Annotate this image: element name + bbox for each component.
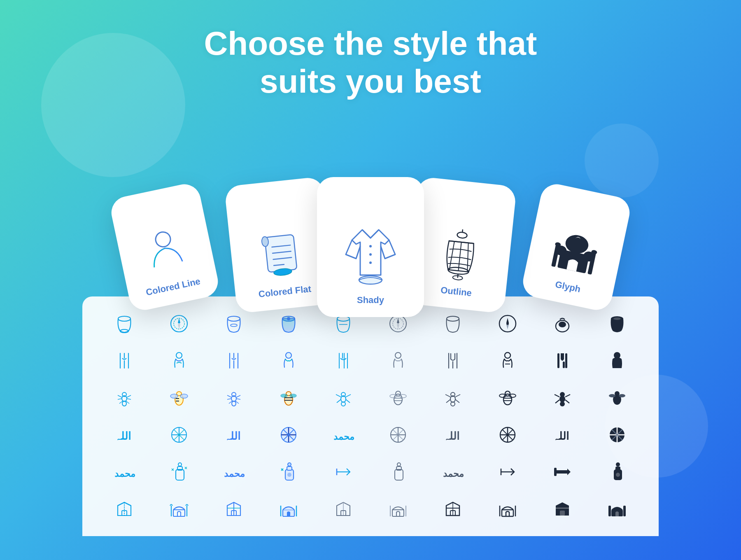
svg-rect-180 bbox=[287, 467, 292, 470]
icon-arrows-outline bbox=[318, 457, 368, 487]
svg-point-110 bbox=[394, 394, 402, 405]
svg-point-196 bbox=[616, 462, 620, 467]
icon-mosque-glyph bbox=[592, 494, 642, 524]
icon-jar-blue bbox=[208, 309, 259, 338]
card-colored-line[interactable]: Colored Line bbox=[108, 181, 221, 313]
outline-label: Outline bbox=[440, 285, 472, 299]
icon-mosque-blue bbox=[263, 494, 314, 524]
svg-rect-193 bbox=[554, 468, 557, 476]
svg-point-30 bbox=[118, 316, 130, 321]
svg-point-11 bbox=[369, 261, 372, 264]
icon-crossbow-outline bbox=[373, 420, 423, 450]
colored-flat-label: Colored Flat bbox=[258, 284, 312, 300]
icon-ant-dark-outline bbox=[427, 383, 478, 413]
icon-kaaba-glyph bbox=[537, 494, 587, 524]
svg-text:اللہ: اللہ bbox=[552, 430, 569, 442]
icon-mosque-outline-teal bbox=[154, 494, 204, 524]
svg-line-78 bbox=[127, 395, 131, 397]
icon-person-glyph bbox=[592, 346, 642, 376]
svg-point-189 bbox=[397, 463, 401, 466]
svg-rect-199 bbox=[173, 510, 185, 516]
style-cards-area: Colored Line Colored Flat bbox=[0, 119, 741, 317]
card-shady[interactable]: Shady bbox=[317, 177, 424, 317]
svg-point-42 bbox=[447, 316, 459, 321]
icon-muhammad-teal: محمد bbox=[318, 420, 368, 450]
svg-point-9 bbox=[369, 245, 372, 247]
icon-muhammad-blue: محمد bbox=[208, 457, 259, 487]
icon-compass-dark bbox=[482, 309, 533, 338]
svg-line-91 bbox=[227, 395, 231, 397]
icon-mosque-dark bbox=[482, 494, 533, 524]
svg-point-131 bbox=[560, 401, 565, 406]
svg-rect-171 bbox=[176, 469, 184, 480]
colored-flat-icon bbox=[254, 227, 308, 282]
svg-point-35 bbox=[231, 324, 237, 327]
svg-line-76 bbox=[118, 395, 122, 397]
svg-rect-69 bbox=[557, 353, 559, 368]
card-glyph[interactable]: Glyph bbox=[520, 181, 632, 313]
colored-line-icon bbox=[136, 221, 194, 280]
svg-point-101 bbox=[281, 394, 287, 397]
svg-line-18 bbox=[465, 243, 470, 272]
icon-ant-teal bbox=[99, 383, 149, 413]
svg-line-16 bbox=[450, 241, 454, 270]
svg-line-17 bbox=[458, 242, 461, 271]
headline: Choose the style that suits you best bbox=[0, 25, 741, 100]
icon-kaaba-dark bbox=[427, 494, 478, 524]
icon-ant-glyph bbox=[537, 383, 587, 413]
svg-point-137 bbox=[609, 394, 615, 397]
svg-rect-70 bbox=[563, 362, 565, 368]
icon-ant-blue bbox=[208, 383, 259, 413]
icon-person-dark-outline bbox=[482, 346, 533, 376]
svg-point-67 bbox=[505, 352, 510, 358]
svg-point-138 bbox=[619, 394, 625, 397]
icon-dining-glyph bbox=[537, 346, 587, 376]
svg-rect-216 bbox=[560, 511, 565, 516]
icon-allah-teal: اللہ bbox=[99, 420, 149, 450]
icon-bee-dark bbox=[482, 383, 533, 413]
svg-point-181 bbox=[288, 463, 291, 466]
svg-line-93 bbox=[236, 395, 240, 397]
svg-line-94 bbox=[236, 399, 240, 399]
svg-point-102 bbox=[290, 394, 296, 397]
svg-line-106 bbox=[336, 394, 341, 397]
icons-grid-area: اللہ اللہ bbox=[82, 296, 659, 536]
icon-allah-dark-line: اللہ bbox=[427, 420, 478, 450]
svg-rect-187 bbox=[395, 469, 403, 480]
svg-point-0 bbox=[154, 231, 172, 248]
svg-rect-195 bbox=[615, 467, 620, 470]
icon-kaaba-outline bbox=[318, 494, 368, 524]
svg-rect-1 bbox=[265, 234, 297, 272]
svg-line-77 bbox=[118, 399, 122, 399]
svg-text:محمد: محمد bbox=[443, 469, 464, 479]
icon-mosque-outline bbox=[373, 494, 423, 524]
svg-text:اللہ: اللہ bbox=[443, 430, 459, 442]
icon-jar-teal-line bbox=[99, 309, 149, 338]
icon-crossbow-blue bbox=[263, 420, 314, 450]
svg-line-120 bbox=[455, 394, 460, 397]
icon-dining-teal bbox=[99, 346, 149, 376]
glyph-icon bbox=[546, 221, 605, 280]
svg-line-92 bbox=[227, 399, 231, 399]
icon-jar-outline-dark bbox=[427, 309, 478, 338]
icon-perfume-glyph bbox=[592, 457, 642, 487]
icon-dining-outline bbox=[318, 346, 368, 376]
icon-allah-blue: اللہ bbox=[208, 420, 259, 450]
svg-point-21 bbox=[452, 275, 463, 280]
icon-person-praying-teal bbox=[154, 346, 204, 376]
shady-label: Shady bbox=[357, 295, 384, 306]
svg-point-173 bbox=[178, 463, 182, 466]
icon-dining-dark-outline bbox=[427, 346, 478, 376]
svg-point-34 bbox=[228, 316, 240, 321]
svg-line-134 bbox=[555, 400, 559, 403]
icon-ant-outline-teal bbox=[318, 383, 368, 413]
svg-point-44 bbox=[506, 322, 509, 325]
icon-bee-outline bbox=[373, 383, 423, 413]
headline-line2: suits you best bbox=[0, 63, 741, 100]
svg-point-86 bbox=[170, 394, 178, 398]
colored-line-label: Colored Line bbox=[145, 276, 201, 298]
svg-text:محمد: محمد bbox=[333, 432, 354, 442]
svg-rect-219 bbox=[608, 506, 611, 516]
svg-line-122 bbox=[455, 399, 459, 403]
icon-bee-gradient bbox=[154, 383, 204, 413]
